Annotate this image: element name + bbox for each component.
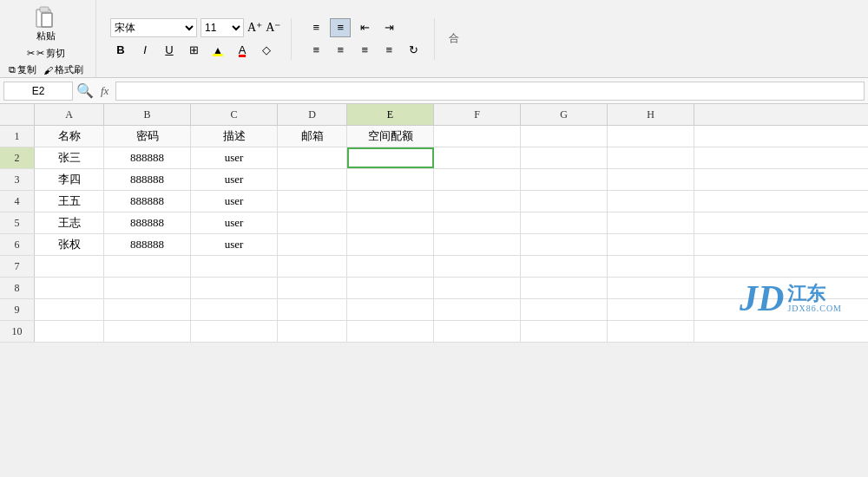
cell-g5[interactable]	[521, 212, 608, 233]
row-header-9[interactable]: 9	[0, 299, 35, 320]
cell-d9[interactable]	[278, 299, 347, 320]
cell-d8[interactable]	[278, 278, 347, 298]
cell-h1[interactable]	[608, 126, 694, 147]
cell-c3[interactable]: user	[191, 169, 278, 190]
cell-g8[interactable]	[521, 278, 608, 298]
italic-button[interactable]: I	[135, 41, 155, 60]
cut-button[interactable]: ✂ ✂ 剪切	[25, 46, 68, 61]
cell-c7[interactable]	[191, 256, 278, 277]
cell-g3[interactable]	[521, 169, 608, 190]
col-header-e[interactable]: E	[347, 104, 434, 125]
row-header-3[interactable]: 3	[0, 169, 35, 190]
cell-a10[interactable]	[35, 321, 104, 342]
formula-input[interactable]	[115, 82, 865, 101]
cell-b7[interactable]	[104, 256, 191, 277]
col-header-f[interactable]: F	[434, 104, 521, 125]
cell-f6[interactable]	[434, 234, 521, 255]
cell-h2[interactable]	[608, 147, 694, 168]
cell-b3[interactable]: 888888	[104, 169, 191, 190]
col-header-a[interactable]: A	[35, 104, 104, 125]
cell-a9[interactable]	[35, 299, 104, 320]
row-header-4[interactable]: 4	[0, 191, 35, 212]
cell-f8[interactable]	[434, 278, 521, 298]
align-left-button[interactable]: ≡	[306, 41, 326, 60]
cell-d7[interactable]	[278, 256, 347, 277]
cell-c9[interactable]	[191, 299, 278, 320]
cell-e8[interactable]	[347, 278, 434, 298]
underline-button[interactable]: U	[159, 41, 180, 60]
cell-b9[interactable]	[104, 299, 191, 320]
copy-button[interactable]: ⧉ 复制	[7, 62, 38, 77]
cell-h10[interactable]	[608, 321, 694, 342]
cell-e1[interactable]: 空间配额	[347, 126, 434, 147]
cell-d5[interactable]	[278, 212, 347, 233]
cell-c10[interactable]	[191, 321, 278, 342]
align-right-button[interactable]: ≡	[354, 41, 375, 60]
cell-e10[interactable]	[347, 321, 434, 342]
cell-h6[interactable]	[608, 234, 694, 255]
cell-reference-input[interactable]	[3, 82, 73, 101]
cell-d4[interactable]	[278, 191, 347, 212]
cell-b6[interactable]: 888888	[104, 234, 191, 255]
cell-d2[interactable]	[278, 147, 347, 168]
cell-d10[interactable]	[278, 321, 347, 342]
cell-e2[interactable]	[347, 147, 434, 168]
cell-g10[interactable]	[521, 321, 608, 342]
cell-b5[interactable]: 888888	[104, 212, 191, 233]
cell-f3[interactable]	[434, 169, 521, 190]
font-color-button[interactable]: A	[232, 41, 253, 60]
cell-f9[interactable]	[434, 299, 521, 320]
cell-b8[interactable]	[104, 278, 191, 298]
cell-h3[interactable]	[608, 169, 694, 190]
row-header-6[interactable]: 6	[0, 234, 35, 255]
col-header-h[interactable]: H	[608, 104, 694, 125]
align-middle-button[interactable]: ≡	[330, 18, 351, 37]
border-button[interactable]: ⊞	[183, 41, 204, 60]
cell-g9[interactable]	[521, 299, 608, 320]
row-header-7[interactable]: 7	[0, 256, 35, 277]
cell-g4[interactable]	[521, 191, 608, 212]
col-header-g[interactable]: G	[521, 104, 608, 125]
format-painter-button[interactable]: 🖌 格式刷	[42, 62, 85, 77]
align-top-button[interactable]: ≡	[306, 18, 326, 37]
cell-a6[interactable]: 张权	[35, 234, 104, 255]
cell-g2[interactable]	[521, 147, 608, 168]
cell-f2[interactable]	[434, 147, 521, 168]
font-size-decrease-icon[interactable]: A⁻	[266, 20, 280, 35]
cell-b4[interactable]: 888888	[104, 191, 191, 212]
cell-b2[interactable]: 888888	[104, 147, 191, 168]
cell-h8[interactable]	[608, 278, 694, 298]
cell-f4[interactable]	[434, 191, 521, 212]
cell-a2[interactable]: 张三	[35, 147, 104, 168]
cell-h5[interactable]	[608, 212, 694, 233]
cell-f5[interactable]	[434, 212, 521, 233]
bold-button[interactable]: B	[110, 41, 131, 60]
cell-b1[interactable]: 密码	[104, 126, 191, 147]
cell-b10[interactable]	[104, 321, 191, 342]
font-size-select[interactable]: 11	[201, 18, 244, 37]
cell-g7[interactable]	[521, 256, 608, 277]
cell-e5[interactable]	[347, 212, 434, 233]
col-header-c[interactable]: C	[191, 104, 278, 125]
col-header-d[interactable]: D	[278, 104, 347, 125]
cell-e9[interactable]	[347, 299, 434, 320]
cell-c4[interactable]: user	[191, 191, 278, 212]
cell-d6[interactable]	[278, 234, 347, 255]
cell-a5[interactable]: 王志	[35, 212, 104, 233]
fill-color-button[interactable]: ▲	[207, 41, 228, 60]
font-name-select[interactable]: 宋体	[110, 18, 197, 37]
cell-h9[interactable]	[608, 299, 694, 320]
cell-e3[interactable]	[347, 169, 434, 190]
cell-h7[interactable]	[608, 256, 694, 277]
cell-f7[interactable]	[434, 256, 521, 277]
cell-c2[interactable]: user	[191, 147, 278, 168]
cell-g1[interactable]	[521, 126, 608, 147]
indent-decrease-button[interactable]: ⇤	[354, 18, 375, 37]
cell-f10[interactable]	[434, 321, 521, 342]
font-size-increase-icon[interactable]: A⁺	[247, 20, 262, 35]
paste-button[interactable]: 粘贴	[29, 0, 63, 44]
cell-a3[interactable]: 李四	[35, 169, 104, 190]
cell-d3[interactable]	[278, 169, 347, 190]
cell-a4[interactable]: 王五	[35, 191, 104, 212]
row-header-8[interactable]: 8	[0, 278, 35, 298]
